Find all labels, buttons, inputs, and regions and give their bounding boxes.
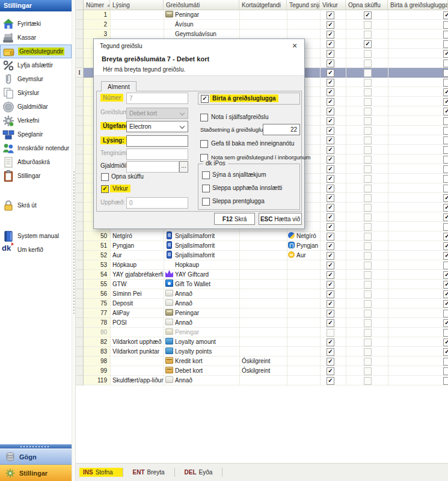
- tegund-snjalltaekja-cell[interactable]: [287, 376, 320, 385]
- lysing-cell[interactable]: Pyngjan: [110, 241, 164, 250]
- lysing-cell[interactable]: [110, 366, 164, 375]
- kortautgefandi-cell[interactable]: Óskilgreint: [239, 357, 287, 366]
- row-header[interactable]: [76, 39, 84, 49]
- tegund-snjalltaekja-cell[interactable]: [287, 318, 320, 327]
- opna-skuffu-checkbox[interactable]: [364, 358, 372, 366]
- virkur-checkbox[interactable]: ✓: [327, 213, 334, 221]
- tegund-snjalltaekja-cell[interactable]: Aur: [287, 251, 320, 260]
- kortautgefandi-cell[interactable]: [239, 347, 287, 356]
- row-header[interactable]: [76, 126, 84, 135]
- birta-checkbox[interactable]: ✓: [443, 348, 448, 356]
- virkur-checkbox[interactable]: ✓: [327, 271, 334, 279]
- opna-skuffu-checkbox[interactable]: [364, 146, 372, 154]
- virkur-checkbox[interactable]: ✓: [327, 281, 334, 289]
- virkur-checkbox[interactable]: ✓: [327, 50, 334, 58]
- opna-skuffu-checkbox[interactable]: [364, 233, 372, 240]
- numer-cell[interactable]: 75: [84, 299, 110, 308]
- table-row-99[interactable]: 99Debet kortÓskilgreint✓: [76, 366, 448, 376]
- opna-skuffu-checkbox[interactable]: [364, 348, 372, 356]
- kortautgefandi-cell[interactable]: [239, 280, 287, 289]
- close-icon[interactable]: ×: [290, 41, 299, 51]
- kortautgefandi-cell[interactable]: [239, 270, 287, 279]
- lysing-cell[interactable]: Aur: [110, 251, 164, 260]
- kortautgefandi-cell[interactable]: [239, 29, 287, 38]
- birta-checkbox[interactable]: ✓: [443, 242, 448, 250]
- tab-almennt[interactable]: Almennt: [101, 81, 137, 91]
- birta-checkbox[interactable]: [443, 60, 448, 67]
- upphaed-field[interactable]: 0: [126, 197, 188, 209]
- table-row-82[interactable]: 82Vildarkort upphæðLoyalty amount✓✓: [76, 337, 448, 347]
- birta-checkbox[interactable]: ✓: [443, 233, 448, 240]
- opna-skuffu-checkbox[interactable]: [364, 60, 372, 67]
- column-header-n-mer[interactable]: Númer: [84, 0, 110, 10]
- greidslumati-cell[interactable]: Debet kort: [164, 366, 239, 375]
- opna-skuffu-checkbox[interactable]: [364, 213, 372, 221]
- tegund-snjalltaekja-cell[interactable]: [287, 289, 320, 298]
- table-row-54[interactable]: 54YAY gjafabréfakerfiYAY Giftcard✓✓: [76, 270, 448, 280]
- lysing-cell[interactable]: Deposit: [110, 299, 164, 308]
- sidebar-item-fyrirt-ki[interactable]: Fyrirtæki: [0, 17, 72, 31]
- opna-skuffu-checkbox[interactable]: [364, 310, 372, 317]
- birta-checkbox[interactable]: [443, 69, 448, 77]
- kortautgefandi-cell[interactable]: [239, 299, 287, 308]
- column-header-l-sing[interactable]: Lýsing: [110, 0, 164, 10]
- stillingar-section-button[interactable]: Stillingar: [0, 465, 72, 481]
- opna-skuffu-checkbox[interactable]: [364, 136, 372, 144]
- opna-skuffu-checkbox[interactable]: [364, 223, 372, 231]
- tegund-snjalltaekja-cell[interactable]: [287, 270, 320, 279]
- row-header[interactable]: [76, 251, 84, 260]
- stadsetning-field[interactable]: 22: [263, 124, 300, 135]
- birta-checkbox[interactable]: [443, 310, 448, 317]
- tegund-snjalltaekja-cell[interactable]: [287, 337, 320, 346]
- birta-checkbox[interactable]: [443, 117, 448, 125]
- opna-skuffu-checkbox[interactable]: [364, 339, 372, 346]
- opna-skuffu-checkbox[interactable]: [364, 127, 372, 135]
- birta-checkbox[interactable]: [443, 156, 448, 164]
- row-header[interactable]: [76, 203, 84, 212]
- numer-cell[interactable]: 52: [84, 251, 110, 260]
- virkur-checkbox[interactable]: ✓: [327, 127, 334, 135]
- row-header[interactable]: [76, 116, 84, 126]
- birta-checkbox[interactable]: ✓: [443, 281, 448, 289]
- sidebar-item-stillingar[interactable]: Stillingar: [0, 169, 72, 183]
- numer-cell[interactable]: 82: [84, 337, 110, 346]
- row-header[interactable]: [76, 231, 84, 241]
- greidslumati-cell[interactable]: Annað: [164, 289, 239, 298]
- tegund-snjalltaekja-cell[interactable]: [287, 260, 320, 269]
- row-header[interactable]: [76, 357, 84, 366]
- birta-checkbox[interactable]: [443, 31, 448, 38]
- numer-cell[interactable]: 98: [84, 357, 110, 366]
- kortautgefandi-cell[interactable]: [239, 289, 287, 298]
- numer-cell[interactable]: 80: [84, 328, 110, 337]
- numer-cell[interactable]: 53: [84, 260, 110, 269]
- greidslumati-cell[interactable]: Peningar: [164, 10, 239, 19]
- greidslumati-dropdown[interactable]: Debet kort: [126, 108, 188, 119]
- opna-skuffu-checkbox[interactable]: ✓: [364, 40, 372, 48]
- opna-skuffu-checkbox[interactable]: [364, 175, 372, 183]
- numer-cell[interactable]: 99: [84, 366, 110, 375]
- table-row-75[interactable]: 75DepositAnnað✓✓: [76, 299, 448, 308]
- kortautgefandi-cell[interactable]: [239, 337, 287, 346]
- tegund-snjalltaekja-cell[interactable]: [287, 280, 320, 289]
- sidebar-item-verkefni[interactable]: Verkefni: [0, 114, 72, 127]
- opna-skuffu-checkbox[interactable]: [364, 290, 372, 298]
- opna-skuffu-checkbox[interactable]: [364, 165, 372, 173]
- opna-skuffu-checkbox[interactable]: [364, 252, 372, 260]
- birta-checkbox[interactable]: ✓: [201, 95, 209, 103]
- footer-button-ey-a[interactable]: DELEyða: [181, 468, 223, 477]
- virkur-checkbox[interactable]: ✓: [327, 367, 334, 375]
- virkur-checkbox[interactable]: ✓: [327, 319, 334, 327]
- virkur-checkbox[interactable]: ✓: [327, 262, 334, 269]
- skra-button[interactable]: F12 Skrá: [214, 213, 255, 225]
- greidslumati-cell[interactable]: Peningar: [164, 328, 239, 337]
- virkur-checkbox[interactable]: ✓: [327, 348, 334, 356]
- greidslumati-cell[interactable]: Hopkaup: [164, 260, 239, 269]
- row-header[interactable]: [76, 299, 84, 308]
- opna-skuffu-checkbox[interactable]: [364, 98, 372, 106]
- numer-cell[interactable]: 1: [84, 10, 110, 19]
- row-header[interactable]: [76, 270, 84, 280]
- row-header[interactable]: [76, 241, 84, 251]
- sidebar-item-innskr-ir-notendur[interactable]: Innskráðir notendur: [0, 141, 72, 155]
- opna-skuffu-checkbox[interactable]: [364, 367, 372, 375]
- opna-skuffu-checkbox[interactable]: [364, 69, 372, 77]
